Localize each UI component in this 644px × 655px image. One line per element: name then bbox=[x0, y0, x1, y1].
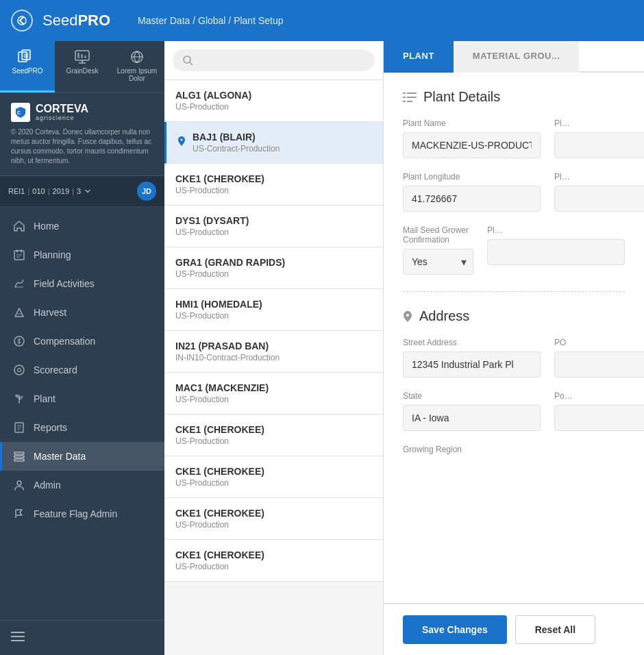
app-icon-lorem[interactable]: Lorem Ipsum Dolor bbox=[110, 41, 164, 92]
list-item[interactable]: CKE1 (CHEROKEE) US-Production bbox=[164, 540, 383, 582]
plant-icon bbox=[13, 393, 25, 405]
list-item[interactable]: CKE1 (CHEROKEE) US-Production bbox=[164, 456, 383, 498]
list-item[interactable]: DYS1 (DYSART) US-Production bbox=[164, 206, 383, 247]
list-item[interactable]: CKE1 (CHEROKEE) US-Production bbox=[164, 498, 383, 540]
home-icon bbox=[13, 220, 25, 232]
section-divider bbox=[403, 291, 625, 292]
sidebar-item-compensation[interactable]: Compensation bbox=[0, 327, 164, 356]
plant-longitude-label: Plant Longitude bbox=[403, 172, 541, 182]
list-item[interactable]: MAC1 (MACKENZIE) US-Production bbox=[164, 373, 383, 415]
sidebar-item-plant[interactable]: Plant bbox=[0, 384, 164, 413]
session-info: REI1 | 010 | 2019 | 3 bbox=[8, 187, 92, 195]
state-right-input[interactable] bbox=[554, 405, 644, 431]
sidebar-item-reports[interactable]: Reports bbox=[0, 413, 164, 442]
sidebar-item-admin[interactable]: Admin bbox=[0, 471, 164, 499]
session-part4: 3 bbox=[77, 187, 81, 195]
feature-flag-icon bbox=[13, 508, 25, 520]
address-title: Address bbox=[419, 308, 469, 324]
list-item[interactable]: ALG1 (ALGONA) US-Production bbox=[164, 80, 383, 122]
plant-item-type: US-Production bbox=[175, 269, 372, 279]
search-input[interactable] bbox=[199, 55, 365, 66]
state-input[interactable] bbox=[403, 405, 541, 431]
form-group-longitude: Plant Longitude bbox=[403, 172, 541, 212]
po-input[interactable] bbox=[554, 351, 644, 378]
form-row-plant-name: Plant Name Pl… bbox=[403, 119, 625, 158]
form-group-longitude-right: Pl… bbox=[554, 172, 644, 212]
plant-item-type: US-Production bbox=[175, 436, 372, 446]
sidebar-item-master-data[interactable]: Master Data bbox=[0, 442, 164, 471]
sidebar-item-field-activities-label: Field Activities bbox=[34, 278, 95, 289]
plant-longitude-input[interactable] bbox=[403, 186, 541, 212]
search-input-wrap[interactable] bbox=[173, 49, 375, 71]
back-button[interactable] bbox=[11, 10, 33, 32]
sidebar-item-field-activities[interactable]: Field Activities bbox=[0, 269, 164, 298]
detail-panel: PLANT MATERIAL GROU... Plant Details bbox=[384, 41, 644, 655]
svg-rect-8 bbox=[77, 53, 79, 58]
svg-text:C: C bbox=[17, 110, 21, 115]
list-item[interactable]: BAJ1 (BLAIR) US-Contract-Production bbox=[164, 122, 383, 164]
svg-rect-29 bbox=[14, 456, 24, 458]
form-group-street: Street Address bbox=[403, 338, 541, 378]
plant-item-type: US-Contract-Production bbox=[193, 144, 280, 153]
app-icon-graindesk[interactable]: GrainDesk bbox=[55, 41, 110, 92]
plant-right-input[interactable] bbox=[554, 132, 644, 158]
plant-right-label: Pl… bbox=[554, 119, 644, 128]
sidebar-item-scorecard[interactable]: Scorecard bbox=[0, 356, 164, 384]
mail-seed-select[interactable]: Yes No bbox=[403, 249, 473, 275]
mail-seed-label: Mail Seed Grower Confirmation bbox=[403, 225, 473, 245]
form-row-longitude: Plant Longitude Pl… bbox=[403, 172, 625, 212]
plant-item-name: IN21 (PRASAD BAN) bbox=[175, 341, 372, 351]
plant-item-type: US-Production bbox=[175, 562, 372, 571]
sidebar-item-admin-label: Admin bbox=[34, 480, 61, 491]
plant-item-name: CKE1 (CHEROKEE) bbox=[175, 424, 372, 435]
plant-item-name: CKE1 (CHEROKEE) bbox=[175, 466, 372, 477]
chevron-down-icon bbox=[84, 187, 92, 195]
street-input[interactable] bbox=[403, 351, 541, 378]
reset-all-button[interactable]: Reset All bbox=[515, 615, 595, 644]
svg-point-31 bbox=[17, 481, 21, 485]
svg-rect-30 bbox=[14, 459, 24, 461]
sidebar-item-feature-flag-admin[interactable]: Feature Flag Admin bbox=[0, 499, 164, 528]
list-item[interactable]: GRA1 (GRAND RAPIDS) US-Production bbox=[164, 247, 383, 289]
plant-item-name: HMI1 (HOMEDALE) bbox=[175, 299, 372, 310]
detail-footer: Save Changes Reset All bbox=[384, 603, 644, 655]
app-icon-seedpro[interactable]: SeedPRO bbox=[0, 41, 55, 92]
po-label: PO bbox=[554, 338, 644, 347]
sidebar-item-plant-label: Plant bbox=[34, 393, 55, 404]
sidebar-item-planning[interactable]: Planning bbox=[0, 240, 164, 269]
app-icon-seedpro-label: SeedPRO bbox=[12, 67, 42, 75]
plant-item-name: BAJ1 (BLAIR) bbox=[193, 132, 280, 143]
plant-item-type: US-Production bbox=[175, 186, 372, 195]
list-item[interactable]: IN21 (PRASAD BAN) IN-IN10-Contract-Produ… bbox=[164, 331, 383, 373]
sidebar-item-planning-label: Planning bbox=[34, 249, 71, 260]
list-item[interactable]: CKE1 (CHEROKEE) US-Production bbox=[164, 415, 383, 456]
sidebar-toggle[interactable] bbox=[0, 620, 164, 655]
plant-list-panel: ALG1 (ALGONA) US-Production BAJ1 (BLAIR)… bbox=[164, 41, 384, 655]
plant-name-input[interactable] bbox=[403, 132, 541, 158]
save-changes-button[interactable]: Save Changes bbox=[403, 615, 507, 644]
search-box bbox=[164, 41, 383, 80]
plant-item-type: US-Production bbox=[175, 102, 372, 112]
corteva-logo-block: C CORTEVA agriscience © 2020 Corteva. Do… bbox=[0, 93, 164, 176]
form-row-state: State Po… bbox=[403, 391, 625, 431]
list-icon bbox=[403, 92, 417, 103]
svg-rect-10 bbox=[84, 55, 86, 58]
session-bar: REI1 | 010 | 2019 | 3 JD bbox=[0, 176, 164, 206]
tab-plant[interactable]: PLANT bbox=[384, 41, 454, 73]
mail-seed-right-input[interactable] bbox=[487, 239, 625, 265]
longitude-right-input[interactable] bbox=[554, 186, 644, 212]
avatar[interactable]: JD bbox=[137, 182, 156, 201]
list-item[interactable]: CKE1 (CHEROKEE) US-Production bbox=[164, 164, 383, 206]
hamburger-icon bbox=[11, 632, 25, 641]
sidebar-item-harvest[interactable]: Harvest bbox=[0, 298, 164, 327]
plant-item-type: US-Production bbox=[175, 395, 372, 404]
corteva-name: CORTEVA bbox=[36, 103, 88, 114]
tab-material-group[interactable]: MATERIAL GROU... bbox=[454, 41, 579, 73]
sidebar-item-home[interactable]: Home bbox=[0, 212, 164, 240]
plant-item-name: MAC1 (MACKENZIE) bbox=[175, 382, 372, 393]
plant-item-type: IN-IN10-Contract-Production bbox=[175, 353, 372, 362]
list-item[interactable]: HMI1 (HOMEDALE) US-Production bbox=[164, 289, 383, 331]
svg-rect-9 bbox=[81, 54, 83, 58]
location-pin-icon bbox=[403, 310, 412, 323]
svg-point-22 bbox=[14, 365, 24, 375]
